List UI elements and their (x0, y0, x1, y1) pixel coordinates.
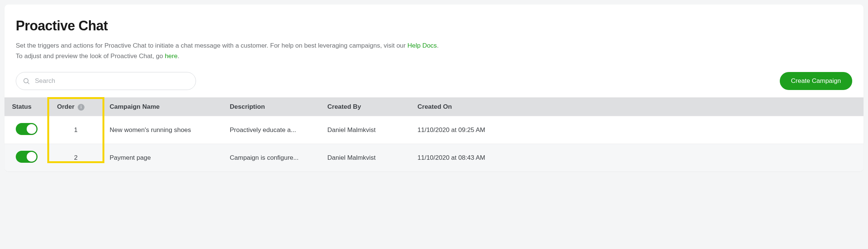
subtext-line2-b: . (178, 52, 179, 60)
col-header-by[interactable]: Created By (320, 98, 410, 116)
col-header-desc[interactable]: Description (222, 98, 320, 116)
status-toggle[interactable] (16, 123, 38, 135)
help-docs-link[interactable]: Help Docs (407, 42, 437, 49)
search-icon (23, 77, 30, 85)
col-header-status[interactable]: Status (5, 98, 50, 116)
info-icon[interactable]: i (78, 104, 84, 111)
page-title: Proactive Chat (16, 18, 852, 34)
search-input[interactable] (16, 72, 196, 90)
col-header-on[interactable]: Created On (410, 98, 863, 116)
col-header-name[interactable]: Campaign Name (102, 98, 222, 116)
table-row[interactable]: 2 Payment page Campaign is configure... … (5, 144, 863, 172)
campaigns-table: Status Order i Campaign Name Description… (5, 98, 863, 171)
create-campaign-button[interactable]: Create Campaign (780, 72, 852, 90)
cell-by: Daniel Malmkvist (320, 144, 410, 172)
cell-on: 11/10/2020 at 08:43 AM (410, 144, 863, 172)
table-header-row: Status Order i Campaign Name Description… (5, 98, 863, 116)
cell-name[interactable]: New women's running shoes (102, 116, 222, 144)
subtext-line1-b: . (437, 42, 439, 49)
cell-by: Daniel Malmkvist (320, 116, 410, 144)
cell-desc: Campaign is configure... (222, 144, 320, 172)
col-header-order[interactable]: Order i (50, 98, 102, 116)
col-header-order-label: Order (57, 103, 74, 110)
cell-name[interactable]: Payment page (102, 144, 222, 172)
page-card: Proactive Chat Set the triggers and acti… (5, 4, 863, 171)
subtext-line1-a: Set the triggers and actions for Proacti… (16, 42, 407, 49)
cell-on: 11/10/2020 at 09:25 AM (410, 116, 863, 144)
cell-order: 2 (50, 144, 102, 172)
header-block: Proactive Chat Set the triggers and acti… (5, 18, 863, 62)
status-toggle[interactable] (16, 151, 38, 163)
search-wrap (16, 72, 196, 90)
subtext-line2-a: To adjust and preview the look of Proact… (16, 52, 165, 60)
cell-desc: Proactively educate a... (222, 116, 320, 144)
svg-line-1 (28, 82, 29, 84)
here-link[interactable]: here (165, 52, 178, 60)
table-row[interactable]: 1 New women's running shoes Proactively … (5, 116, 863, 144)
cell-order: 1 (50, 116, 102, 144)
page-subtext: Set the triggers and actions for Proacti… (16, 40, 852, 62)
controls-row: Create Campaign (5, 72, 863, 98)
